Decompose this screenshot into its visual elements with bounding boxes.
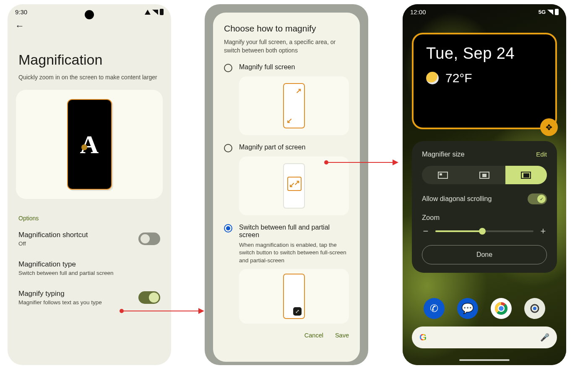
radio-sublabel: When magnification is enabled, tap the s… <box>239 241 349 265</box>
phone-app-icon[interactable]: ✆ <box>424 298 445 319</box>
row-title: Magnify typing <box>18 290 102 298</box>
radio-label: Magnify full screen <box>239 63 295 71</box>
options-section-label: Options <box>8 201 171 224</box>
wifi-icon <box>145 10 151 15</box>
done-label: Done <box>476 251 492 259</box>
mic-icon[interactable]: 🎤 <box>540 333 549 342</box>
signal-icon <box>547 10 553 15</box>
flow-arrow-2 <box>326 162 398 163</box>
camera-app-icon[interactable] <box>524 298 545 319</box>
option-switch-full-partial[interactable]: Switch between full and partial screen W… <box>224 224 349 265</box>
size-small-icon <box>438 172 448 179</box>
dialog-subtitle: Magnify your full screen, a specific are… <box>224 38 349 55</box>
diagram-switch: ⤢ <box>239 269 349 324</box>
status-indicators <box>145 9 164 15</box>
row-subtitle: Magnifier follows text as you type <box>18 299 102 306</box>
slider-thumb[interactable] <box>479 228 486 235</box>
size-small-button[interactable] <box>422 166 463 184</box>
option-magnify-part-of-screen[interactable]: Magnify part of screen <box>224 144 349 152</box>
cancel-button[interactable]: Cancel <box>304 332 323 339</box>
messages-app-icon[interactable]: 💬 <box>457 298 478 319</box>
flow-arrow-1 <box>122 311 203 311</box>
preview-card: A <box>16 90 163 199</box>
signal-icon <box>152 10 158 15</box>
status-time: 9:30 <box>15 8 27 16</box>
radio-label: Switch between full and partial screen <box>239 224 349 239</box>
widget-weather: 72°F <box>426 71 543 85</box>
zoom-out-button[interactable]: − <box>422 227 429 236</box>
dialog-choose-how-to-magnify: Choose how to magnify Magnify your full … <box>213 13 360 362</box>
zoom-in-button[interactable]: + <box>539 227 547 236</box>
dialog-title: Choose how to magnify <box>224 24 349 34</box>
row-magnification-type[interactable]: Magnification type Switch between full a… <box>8 253 171 283</box>
search-bar[interactable]: G 🎤 <box>412 327 557 348</box>
radio-label: Magnify part of screen <box>239 144 305 151</box>
back-button[interactable]: ← <box>8 17 171 35</box>
row-title: Magnification type <box>18 260 114 269</box>
status-bar: 12:00 5G <box>403 4 566 17</box>
zoom-label: Zoom <box>422 214 547 222</box>
gesture-bar[interactable] <box>459 359 510 361</box>
row-magnification-shortcut[interactable]: Magnification shortcut Off <box>8 224 171 253</box>
battery-icon <box>555 9 559 15</box>
size-medium-button[interactable] <box>463 166 505 184</box>
row-title: Magnification shortcut <box>18 231 88 239</box>
diagonal-scrolling-toggle[interactable] <box>528 193 547 204</box>
magnifier-size-sheet: Magnifier size Edit Allow diagonal scrol… <box>412 141 557 273</box>
radio-icon[interactable] <box>224 144 232 152</box>
chrome-app-icon[interactable] <box>491 298 512 319</box>
weather-temp: 72°F <box>445 71 472 85</box>
size-large-button[interactable] <box>505 166 547 184</box>
row-subtitle: Off <box>18 240 88 247</box>
network-label: 5G <box>539 9 546 15</box>
radio-icon[interactable] <box>224 224 232 232</box>
radio-icon[interactable] <box>224 64 232 72</box>
size-medium-icon <box>479 172 489 179</box>
screen-magnify-dialog: Choose how to magnify Magnify your full … <box>205 4 368 365</box>
zoom-slider[interactable] <box>435 230 533 232</box>
svg-point-6 <box>533 307 536 310</box>
page-subtitle: Quickly zoom in on the screen to make co… <box>8 72 171 88</box>
shortcut-toggle[interactable] <box>138 232 160 245</box>
size-large-icon <box>521 172 531 179</box>
status-time: 12:00 <box>410 8 426 16</box>
done-button[interactable]: Done <box>422 245 547 264</box>
sheet-title: Magnifier size <box>422 150 465 158</box>
widget-date: Tue, Sep 24 <box>426 44 543 63</box>
magnifier-viewport[interactable]: Tue, Sep 24 72°F ✥ <box>412 33 557 129</box>
option-magnify-full-screen[interactable]: Magnify full screen <box>224 63 349 72</box>
screen-home-with-magnifier: 12:00 5G Tue, Sep 24 72°F ✥ Magnifier si… <box>403 4 566 365</box>
typing-toggle[interactable] <box>138 291 160 304</box>
save-button[interactable]: Save <box>335 332 349 339</box>
status-indicators: 5G <box>539 9 559 15</box>
camera-cutout <box>85 10 94 19</box>
edit-button[interactable]: Edit <box>536 151 547 158</box>
size-selector <box>422 166 547 184</box>
battery-icon <box>160 9 164 15</box>
app-dock: ✆ 💬 <box>403 298 566 319</box>
row-subtitle: Switch between full and partial screen <box>18 270 114 276</box>
move-handle-icon[interactable]: ✥ <box>540 118 558 136</box>
diagram-full-screen: ↗↙ <box>239 76 349 135</box>
row-magnify-typing[interactable]: Magnify typing Magnifier follows text as… <box>8 283 171 312</box>
weather-icon <box>426 72 439 84</box>
preview-phone-icon: A <box>67 99 112 190</box>
diagonal-scrolling-label: Allow diagonal scrolling <box>422 195 492 203</box>
switch-icon: ⤢ <box>293 307 302 316</box>
page-title: Magnification <box>8 35 171 72</box>
google-logo-icon: G <box>419 332 427 343</box>
diagram-part-of-screen: ↗↙ <box>239 157 349 215</box>
